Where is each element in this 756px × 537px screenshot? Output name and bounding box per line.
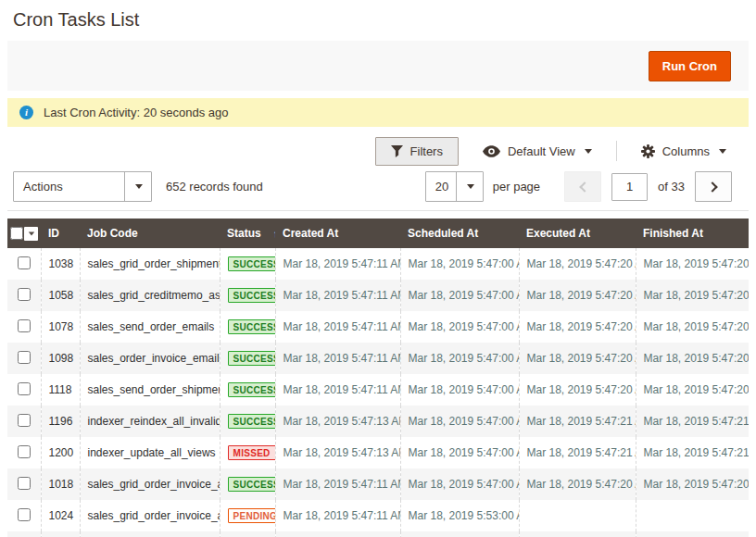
dropdown-arrow-icon (124, 172, 151, 201)
column-header-job-code[interactable]: Job Code (80, 219, 220, 248)
current-page-input[interactable] (611, 173, 648, 201)
row-checkbox-cell (7, 531, 41, 537)
cell-executed-at: Mar 18, 2019 5:47:20 AM (519, 311, 636, 343)
row-checkbox-cell (7, 374, 41, 406)
columns-button[interactable]: Columns (636, 144, 732, 159)
row-checkbox-cell (7, 468, 41, 500)
cell-executed-at (519, 531, 636, 537)
status-badge: SUCCESS (228, 319, 276, 334)
select-all-checkbox[interactable] (10, 227, 23, 240)
cell-id: 1038 (41, 248, 80, 280)
column-header-created-at[interactable]: Created At (275, 219, 400, 248)
cell-job-code: sales_grid_order_invoice_async (80, 500, 220, 531)
cell-created-at: Mar 18, 2019 5:47:11 AM (275, 343, 400, 374)
pagination-prev-button[interactable] (564, 171, 601, 202)
table-row[interactable]: 1200indexer_update_all_viewsMISSEDMar 18… (7, 437, 749, 468)
page-actions-toolbar: Run Cron (7, 41, 749, 91)
cell-status: SUCCESS (220, 374, 275, 406)
cell-scheduled-at: Mar 18, 2019 5:54:00 AM (400, 531, 519, 537)
pagination: of 33 (564, 171, 732, 202)
column-header-finished-at[interactable]: Finished At (636, 219, 749, 248)
info-icon (19, 106, 33, 119)
default-view-label: Default View (508, 144, 575, 158)
cell-scheduled-at: Mar 18, 2019 5:47:00 AM (400, 437, 519, 468)
cell-executed-at: Mar 18, 2019 5:47:20 AM (519, 248, 636, 280)
default-view-button[interactable]: Default View (477, 144, 598, 159)
status-badge: SUCCESS (228, 351, 276, 366)
row-checkbox[interactable] (18, 288, 31, 301)
cell-executed-at: Mar 18, 2019 5:47:20 AM (519, 468, 636, 500)
table-row[interactable]: 1196indexer_reindex_all_invalidSUCCESSMa… (7, 406, 749, 437)
cell-finished-at: Mar 18, 2019 5:47:21 AM (636, 437, 749, 468)
filters-button[interactable]: Filters (375, 137, 459, 166)
table-header-row: IDJob CodeStatus↑Created AtScheduled AtE… (7, 219, 749, 248)
last-cron-activity-notice: Last Cron Activity: 20 seconds ago (7, 98, 749, 127)
cell-id: 1196 (41, 406, 80, 437)
cell-scheduled-at: Mar 18, 2019 5:47:00 AM (400, 248, 519, 280)
cell-status: SUCCESS (220, 343, 275, 374)
cell-job-code: sales_order_invoice_emails (80, 343, 220, 374)
cell-created-at: Mar 18, 2019 5:47:11 AM (275, 280, 400, 311)
cell-id: 1058 (41, 280, 80, 311)
column-header-scheduled-at[interactable]: Scheduled At (400, 219, 519, 248)
vertical-divider (616, 141, 617, 161)
column-header-id[interactable]: ID (41, 219, 80, 248)
cell-executed-at (519, 500, 636, 531)
cell-status: SUCCESS (220, 280, 275, 311)
row-checkbox-cell (7, 311, 41, 343)
grid-actions-bar: Actions 652 records found 20 per page of… (7, 171, 749, 202)
select-all-header (7, 219, 41, 248)
actions-dropdown[interactable]: Actions (13, 171, 152, 202)
cell-created-at: Mar 18, 2019 5:47:11 AM (275, 311, 400, 343)
cell-executed-at: Mar 18, 2019 5:47:20 AM (519, 343, 636, 374)
pagination-next-button[interactable] (695, 171, 732, 202)
cell-executed-at: Mar 18, 2019 5:47:20 AM (519, 374, 636, 406)
cell-id: 1078 (41, 311, 80, 343)
cell-job-code: sales_grid_order_invoice_async (80, 531, 220, 537)
row-checkbox[interactable] (18, 414, 31, 427)
column-header-status[interactable]: Status↑ (220, 219, 275, 248)
table-row[interactable]: 1025sales_grid_order_invoice_asyncPENDIN… (7, 531, 749, 537)
table-row[interactable]: 1038sales_grid_order_shipmentSUCCESSMar … (7, 248, 749, 280)
cell-status: PENDING (220, 531, 275, 537)
eye-icon (483, 145, 500, 157)
row-checkbox-cell (7, 343, 41, 374)
cell-status: SUCCESS (220, 248, 275, 280)
column-header-executed-at[interactable]: Executed At (519, 219, 636, 248)
table-row[interactable]: 1078sales_send_order_emailsSUCCESSMar 18… (7, 311, 749, 343)
table-row[interactable]: 1058sales_grid_creditmemo_asyncSUCCESSMa… (7, 280, 749, 311)
row-checkbox[interactable] (18, 256, 31, 269)
chevron-right-icon (707, 181, 717, 192)
cell-scheduled-at: Mar 18, 2019 5:47:00 AM (400, 343, 519, 374)
cell-created-at: Mar 18, 2019 5:47:13 AM (275, 437, 400, 468)
cell-finished-at (636, 500, 749, 531)
chevron-down-icon (585, 149, 592, 154)
per-page-dropdown[interactable]: 20 (425, 171, 484, 202)
status-badge: SUCCESS (228, 256, 276, 271)
row-checkbox[interactable] (18, 508, 31, 521)
chevron-left-icon (579, 181, 589, 192)
table-row[interactable]: 1118sales_send_order_shipmentSUCCESSMar … (7, 374, 749, 406)
row-checkbox[interactable] (18, 477, 31, 490)
cell-finished-at (636, 531, 749, 537)
select-all-dropdown[interactable] (24, 227, 38, 241)
row-checkbox[interactable] (18, 319, 31, 332)
row-checkbox-cell (7, 437, 41, 468)
cell-id: 1025 (41, 531, 80, 537)
table-row[interactable]: 1018sales_grid_order_invoice_asyncSUCCES… (7, 468, 749, 500)
cell-status: PENDING (220, 500, 275, 531)
cell-created-at: Mar 18, 2019 5:47:11 AM (275, 374, 400, 406)
row-checkbox-cell (7, 406, 41, 437)
run-cron-button[interactable]: Run Cron (649, 51, 731, 81)
cell-finished-at: Mar 18, 2019 5:47:20 AM (636, 343, 749, 374)
row-checkbox[interactable] (18, 351, 31, 364)
status-badge: MISSED (228, 445, 276, 460)
row-checkbox[interactable] (18, 382, 31, 395)
table-row[interactable]: 1098sales_order_invoice_emailsSUCCESSMar… (7, 343, 749, 374)
cell-job-code: indexer_update_all_views (80, 437, 220, 468)
cell-created-at: Mar 18, 2019 5:47:11 AM (275, 468, 400, 500)
table-row[interactable]: 1024sales_grid_order_invoice_asyncPENDIN… (7, 500, 749, 531)
row-checkbox[interactable] (18, 445, 31, 458)
page-title: Cron Tasks List (13, 9, 756, 31)
chevron-down-icon (719, 149, 726, 154)
